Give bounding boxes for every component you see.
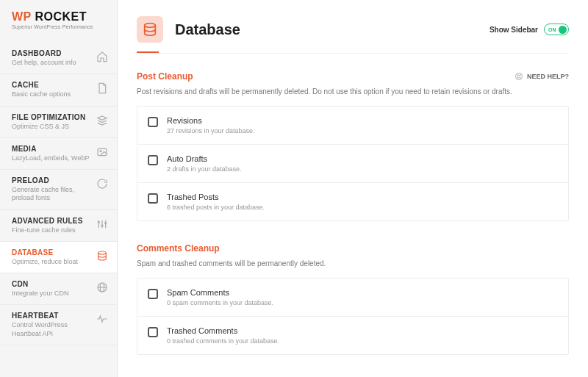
section-title: Post Cleanup (137, 71, 193, 82)
option-spam-comments: Spam Comments0 spam comments in your dat… (137, 279, 568, 317)
globe-icon (96, 281, 108, 293)
svg-point-1 (100, 150, 101, 151)
main-content: Database Show Sidebar ON Post Cleanup NE… (118, 0, 588, 377)
sidebar-item-sub: Get help, account info (12, 59, 92, 67)
sidebar-item-sub: Optimize, reduce bloat (12, 258, 92, 266)
section-description: Post revisions and drafts will be perman… (137, 87, 569, 96)
sidebar-item-dashboard[interactable]: DASHBOARDGet help, account info (0, 43, 117, 74)
option-title: Trashed Posts (167, 193, 558, 201)
page-header: Database Show Sidebar ON (137, 16, 569, 43)
option-title: Spam Comments (167, 288, 558, 297)
sidebar-nav: DASHBOARDGet help, account info CACHEBas… (0, 43, 117, 377)
sidebar-item-heartbeat[interactable]: HEARTBEATControl WordPress Heartbeat API (0, 305, 117, 345)
sidebar-item-title: CDN (12, 280, 92, 288)
sidebar-item-sub: Integrate your CDN (12, 290, 92, 298)
sidebar-item-title: HEARTBEAT (12, 312, 92, 320)
sidebar-item-title: PRELOAD (12, 176, 92, 184)
logo-main: WP ROCKET (12, 10, 105, 24)
toggle-on-label: ON (548, 27, 556, 32)
section-post-cleanup: Post Cleanup NEED HELP? Post revisions a… (137, 71, 569, 221)
option-trashed-posts: Trashed Posts6 trashed posts in your dat… (137, 183, 568, 220)
logo-wp: WP (12, 10, 31, 23)
lifebuoy-icon (514, 72, 523, 81)
option-sub: 27 revisions in your database. (167, 127, 558, 134)
option-sub: 2 drafts in your database. (167, 165, 558, 173)
sidebar-item-sub: Control WordPress Heartbeat API (12, 321, 92, 338)
need-help-link[interactable]: NEED HELP? (514, 72, 569, 81)
options-group: Revisions27 revisions in your database. … (137, 106, 569, 221)
section-title: Comments Cleanup (137, 243, 220, 254)
app-root: WP ROCKET Superior WordPress Performance… (0, 0, 588, 377)
sidebar-item-sub: Fine-tune cache rules (12, 226, 92, 234)
option-trashed-comments: Trashed Comments0 trashed comments in yo… (137, 317, 568, 354)
sidebar-item-title: ADVANCED RULES (12, 217, 92, 225)
sidebar-toggle[interactable]: ON (544, 24, 569, 35)
sidebar-item-title: MEDIA (12, 145, 92, 153)
sidebar-item-sub: Basic cache options (12, 90, 92, 98)
options-group: Spam Comments0 spam comments in your dat… (137, 278, 569, 355)
svg-point-12 (145, 24, 156, 28)
logo: WP ROCKET Superior WordPress Performance (0, 0, 117, 34)
active-tab-marker (137, 51, 159, 53)
section-comments-cleanup: Comments Cleanup Spam and trashed commen… (137, 243, 569, 355)
sidebar-item-cache[interactable]: CACHEBasic cache options (0, 74, 117, 106)
checkbox-trashed-comments[interactable] (148, 327, 158, 337)
option-title: Trashed Comments (167, 326, 558, 335)
option-sub: 6 trashed posts in your database. (167, 204, 558, 211)
show-sidebar-control: Show Sidebar ON (490, 24, 569, 35)
sliders-icon (96, 218, 108, 230)
sidebar-item-advanced-rules[interactable]: ADVANCED RULESFine-tune cache rules (0, 210, 117, 242)
option-title: Revisions (167, 116, 558, 125)
refresh-icon (96, 178, 108, 190)
stack-icon (96, 115, 108, 126)
section-header: Comments Cleanup (137, 243, 569, 254)
sidebar-item-title: DASHBOARD (12, 49, 92, 57)
sidebar-item-sub: Generate cache files, preload fonts (12, 186, 92, 203)
section-description: Spam and trashed comments will be perman… (137, 259, 569, 268)
sidebar: WP ROCKET Superior WordPress Performance… (0, 0, 118, 377)
checkbox-revisions[interactable] (148, 117, 158, 127)
svg-point-8 (98, 251, 107, 254)
database-icon (137, 16, 163, 43)
logo-rocket: ROCKET (35, 10, 87, 23)
svg-rect-0 (98, 148, 107, 155)
need-help-label: NEED HELP? (527, 73, 569, 80)
house-icon (96, 51, 108, 62)
section-header: Post Cleanup NEED HELP? (137, 71, 569, 82)
checkbox-trashed-posts[interactable] (148, 193, 158, 204)
checkbox-spam-comments[interactable] (148, 289, 158, 299)
sidebar-item-media[interactable]: MEDIALazyLoad, embeds, WebP (0, 138, 117, 170)
file-icon (96, 82, 108, 94)
heartbeat-icon (96, 313, 108, 325)
database-icon (96, 250, 108, 262)
sidebar-item-title: FILE OPTIMIZATION (12, 113, 92, 121)
sidebar-item-database[interactable]: DATABASEOptimize, reduce bloat (0, 242, 117, 273)
option-auto-drafts: Auto Drafts2 drafts in your database. (137, 145, 568, 183)
sidebar-item-sub: LazyLoad, embeds, WebP (12, 154, 92, 162)
page-title: Database (175, 21, 490, 38)
option-sub: 0 trashed comments in your database. (167, 337, 558, 345)
sidebar-item-preload[interactable]: PRELOADGenerate cache files, preload fon… (0, 170, 117, 210)
tab-underline (137, 51, 569, 54)
option-title: Auto Drafts (167, 154, 558, 163)
image-icon (96, 146, 108, 158)
option-sub: 0 spam comments in your database. (167, 299, 558, 306)
toggle-knob (559, 26, 567, 34)
svg-point-14 (517, 75, 520, 78)
sidebar-item-title: CACHE (12, 81, 92, 89)
logo-tagline: Superior WordPress Performance (12, 24, 105, 29)
sidebar-item-cdn[interactable]: CDNIntegrate your CDN (0, 273, 117, 305)
sidebar-item-sub: Optimize CSS & JS (12, 123, 92, 131)
sidebar-item-title: DATABASE (12, 248, 92, 256)
checkbox-auto-drafts[interactable] (148, 155, 158, 165)
option-revisions: Revisions27 revisions in your database. (137, 107, 568, 145)
sidebar-item-file-optimization[interactable]: FILE OPTIMIZATIONOptimize CSS & JS (0, 107, 117, 138)
show-sidebar-label: Show Sidebar (490, 26, 538, 34)
